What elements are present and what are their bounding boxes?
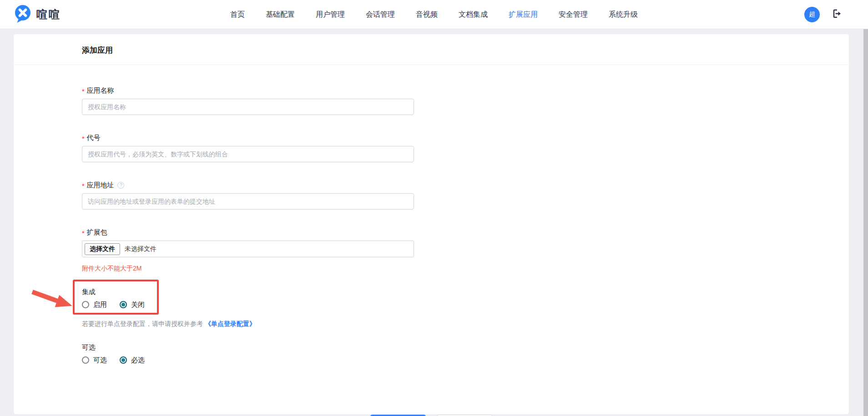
nav-item-basic-config[interactable]: 基础配置	[266, 0, 295, 29]
app-name-label: * 应用名称	[82, 86, 414, 95]
navbar-right: 超	[804, 7, 854, 22]
choose-file-button[interactable]: 选择文件	[85, 243, 120, 255]
content-card: 添加应用 * 应用名称 * 代号 * 应用地址 ?	[14, 34, 849, 414]
package-size-note: 附件大小不能大于2M	[82, 265, 849, 273]
nav-item-doc-integration[interactable]: 文档集成	[459, 0, 488, 29]
annotation-red-box	[73, 280, 159, 315]
app-name-input[interactable]	[82, 99, 414, 115]
sso-config-link[interactable]: 《单点登录配置》	[205, 320, 256, 327]
required-asterisk: *	[82, 230, 84, 236]
add-application-form: * 应用名称 * 代号 * 应用地址 ? * 扩展	[14, 65, 849, 416]
app-logo-icon	[14, 4, 32, 25]
form-actions: 保存 返回	[14, 383, 849, 416]
nav-item-audio-video[interactable]: 音视频	[416, 0, 438, 29]
required-asterisk: *	[82, 183, 84, 189]
radio-checked-icon	[120, 356, 127, 364]
radio-checked-icon	[120, 301, 127, 308]
brand-logo[interactable]: 喧喧	[14, 4, 61, 25]
field-package: * 扩展包 选择文件 未选择文件	[82, 228, 414, 257]
integration-radio-group: 启用 关闭	[82, 300, 414, 309]
field-code: * 代号	[82, 133, 414, 162]
app-url-input[interactable]	[82, 193, 414, 210]
nav-item-home[interactable]: 首页	[230, 0, 245, 29]
integration-label: 集成	[82, 287, 414, 296]
radio-required[interactable]: 必选	[120, 356, 145, 365]
radio-integration-enable[interactable]: 启用	[82, 301, 107, 309]
help-icon[interactable]: ?	[117, 182, 124, 189]
field-integration: 集成 启用 关闭	[82, 287, 414, 309]
main-nav: 首页 基础配置 用户管理 会话管理 音视频 文档集成 扩展应用 安全管理 系统升…	[230, 0, 638, 29]
sso-helper-text: 若要进行单点登录配置，请申请授权并参考 《单点登录配置》	[82, 320, 849, 328]
code-input[interactable]	[82, 146, 414, 162]
field-app-url: * 应用地址 ?	[82, 180, 414, 210]
radio-optional[interactable]: 可选	[82, 356, 107, 365]
page-scrollbar[interactable]	[863, 19, 868, 416]
page-title: 添加应用	[82, 45, 849, 55]
package-file-input[interactable]: 选择文件 未选择文件	[82, 241, 414, 257]
top-navbar: 喧喧 首页 基础配置 用户管理 会话管理 音视频 文档集成 扩展应用 安全管理 …	[0, 0, 868, 29]
radio-unchecked-icon	[82, 356, 89, 364]
nav-item-system-upgrade[interactable]: 系统升级	[609, 0, 638, 29]
logout-button[interactable]	[832, 8, 843, 21]
required-asterisk: *	[82, 88, 84, 95]
field-optional: 可选 可选 必选	[82, 343, 414, 365]
app-url-label: * 应用地址 ?	[82, 180, 414, 190]
optional-radio-group: 可选 必选	[82, 356, 414, 365]
annotation-arrow-icon	[30, 287, 73, 310]
package-label: * 扩展包	[82, 228, 414, 237]
optional-label: 可选	[82, 343, 414, 352]
nav-item-security[interactable]: 安全管理	[559, 0, 588, 29]
nav-item-session-management[interactable]: 会话管理	[366, 0, 395, 29]
nav-item-extensions[interactable]: 扩展应用	[509, 0, 538, 29]
radio-integration-disable[interactable]: 关闭	[120, 301, 145, 309]
field-app-name: * 应用名称	[82, 86, 414, 115]
required-asterisk: *	[82, 135, 84, 142]
brand-name: 喧喧	[36, 7, 61, 22]
nav-item-user-management[interactable]: 用户管理	[316, 0, 345, 29]
logout-icon	[832, 8, 843, 21]
radio-unchecked-icon	[82, 301, 89, 308]
card-header: 添加应用	[14, 34, 849, 65]
code-label: * 代号	[82, 133, 414, 142]
user-avatar[interactable]: 超	[804, 7, 820, 22]
file-status-text: 未选择文件	[125, 245, 156, 253]
